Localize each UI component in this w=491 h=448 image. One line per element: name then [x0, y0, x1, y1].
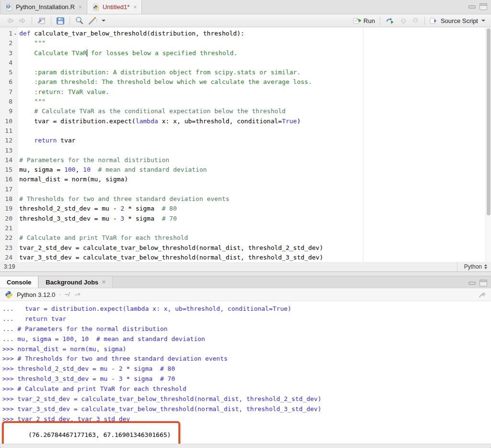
minimize-pane-icon[interactable]	[468, 281, 476, 285]
console-line: >>> # Calculate and print TVaR for each …	[2, 384, 491, 394]
code-tools-wand-button[interactable]	[86, 16, 107, 25]
line-number: 18	[0, 194, 12, 204]
open-in-new-window-button[interactable]	[35, 16, 48, 25]
background-jobs-tab-label: Background Jobs	[46, 279, 98, 286]
console-line: ... mu, sigma = 100, 10 # mean and stand…	[2, 334, 491, 344]
save-button[interactable]	[54, 16, 67, 25]
code-line: 22# Calculate and print TVaR for each th…	[0, 233, 491, 243]
tab-background-jobs[interactable]: Background Jobs ×	[38, 276, 113, 288]
back-button[interactable]	[4, 16, 16, 25]
separator-dot: ·	[59, 291, 61, 298]
line-number: 19	[0, 204, 12, 213]
code-line: 24tvar_3_std_dev = calculate_tvar_below_…	[0, 253, 491, 262]
close-icon[interactable]: ×	[133, 4, 137, 11]
code-line: 4	[0, 58, 491, 68]
line-number: 24	[0, 253, 12, 262]
chevron-down-icon	[102, 20, 105, 22]
language-label: Python	[464, 263, 482, 270]
line-number: 23	[0, 243, 12, 253]
close-icon[interactable]: ×	[79, 4, 82, 11]
editor-statusbar: 3:19 Python	[0, 262, 491, 272]
console-header: Python 3.12.0 · ~/	[0, 288, 491, 301]
line-number: 7	[0, 87, 12, 97]
console[interactable]: ... tvar = distribution.expect(lambda x:…	[0, 301, 491, 444]
code-line: 16normal_dist = norm(mu, sigma)	[0, 175, 491, 184]
code-line: 14# Parameters for the normal distributi…	[0, 155, 491, 165]
code-line: 11	[0, 126, 491, 136]
code-line: 17	[0, 185, 491, 194]
line-number: 14	[0, 155, 12, 165]
line-number: 4	[0, 58, 12, 68]
close-icon[interactable]: ×	[102, 279, 105, 285]
line-number: 9	[0, 106, 12, 116]
rstudio-window: R Python_Installation.R × Untitled1* ×	[0, 0, 491, 448]
console-lines: ... tvar = distribution.expect(lambda x:…	[2, 304, 491, 424]
result-highlight-annotation: (76.26784467177163, 67.16901346301665)	[2, 421, 180, 444]
language-selector[interactable]: Python	[457, 262, 487, 271]
window-bottom-edge	[0, 444, 491, 448]
svg-text:R: R	[7, 4, 10, 9]
run-button[interactable]: Run	[351, 17, 377, 25]
clear-console-broom-icon[interactable]	[478, 290, 486, 299]
code-line: 6 :param threshold: The threshold below …	[0, 77, 491, 87]
code-line: 1▾def calculate_tvar_below_threshold(dis…	[0, 29, 491, 38]
line-number: 22	[0, 233, 12, 243]
down-arrow-button[interactable]	[409, 16, 421, 25]
line-number: 15	[0, 165, 12, 175]
rerun-button[interactable]	[383, 17, 397, 25]
line-number: 2	[0, 38, 12, 48]
editor-tab-bar: R Python_Installation.R × Untitled1* ×	[0, 0, 491, 14]
console-line: ... return tvar	[2, 314, 491, 324]
run-label: Run	[363, 17, 375, 24]
tab-untitled1[interactable]: Untitled1* ×	[87, 0, 142, 14]
line-number: 3	[0, 48, 12, 58]
python-logo-icon	[5, 291, 13, 299]
editor-scrollbar	[485, 27, 491, 262]
code-line: 21	[0, 224, 491, 233]
python-file-icon	[92, 3, 100, 11]
tab-label: Untitled1*	[103, 3, 129, 11]
line-number: 10	[0, 117, 12, 126]
updown-spinner-icon	[484, 264, 487, 269]
code-line: 13	[0, 146, 491, 155]
source-script-button[interactable]: Source Script	[428, 17, 487, 25]
console-tab-label: Console	[7, 279, 31, 286]
goto-directory-icon[interactable]	[74, 292, 81, 298]
r-file-icon: R	[5, 3, 13, 11]
minimize-pane-icon[interactable]	[468, 5, 476, 9]
maximize-pane-icon[interactable]	[479, 280, 487, 286]
console-line: >>> # Thresholds for two and three stand…	[2, 354, 491, 364]
line-number: 16	[0, 175, 12, 184]
console-line: >>> tvar_2_std_dev = calculate_tvar_belo…	[2, 394, 491, 404]
line-number: 8	[0, 97, 12, 106]
search-icon[interactable]	[73, 16, 86, 25]
line-number: 11	[0, 126, 12, 136]
console-line: >>> normal_dist = norm(mu, sigma)	[2, 344, 491, 354]
code-line: 23tvar_2_std_dev = calculate_tvar_below_…	[0, 243, 491, 253]
console-line: >>> threshold_3_std_dev = mu - 3 * sigma…	[2, 374, 491, 384]
code-line: 18# Thresholds for two and three standar…	[0, 194, 491, 204]
pane-splitter[interactable]	[0, 272, 491, 276]
up-arrow-button[interactable]	[397, 16, 409, 25]
code-line: 5 :param distribution: A distribution ob…	[0, 68, 491, 77]
fold-arrow-icon[interactable]: ▾	[12, 29, 18, 39]
code-line: 9 # Calculate TVaR as the conditional ex…	[0, 106, 491, 116]
maximize-pane-icon[interactable]	[479, 3, 487, 10]
tab-console[interactable]: Console	[0, 276, 38, 288]
code-editor[interactable]: 1▾def calculate_tvar_below_threshold(dis…	[0, 27, 491, 262]
code-line: 19threshold_2_std_dev = mu - 2 * sigma #…	[0, 204, 491, 213]
cursor-position[interactable]: 3:19	[4, 263, 15, 270]
code-line: 12 return tvar	[0, 136, 491, 145]
console-line: ... # Parameters for the normal distribu…	[2, 324, 491, 334]
code-line: 3 Calculate TVaR for losses below a spec…	[0, 48, 491, 58]
console-tab-bar: Console Background Jobs ×	[0, 276, 491, 288]
line-number: 5	[0, 68, 12, 77]
scrollbar-thumb[interactable]	[487, 28, 491, 215]
console-line: >>> threshold_2_std_dev = mu - 2 * sigma…	[2, 364, 491, 374]
tab-python-installation-r[interactable]: R Python_Installation.R ×	[0, 0, 87, 14]
forward-button[interactable]	[16, 16, 29, 25]
line-number: 13	[0, 146, 12, 155]
editor-toolbar: Run Source Script	[0, 14, 491, 27]
line-number: 1	[0, 29, 12, 38]
text-caret	[87, 49, 87, 57]
